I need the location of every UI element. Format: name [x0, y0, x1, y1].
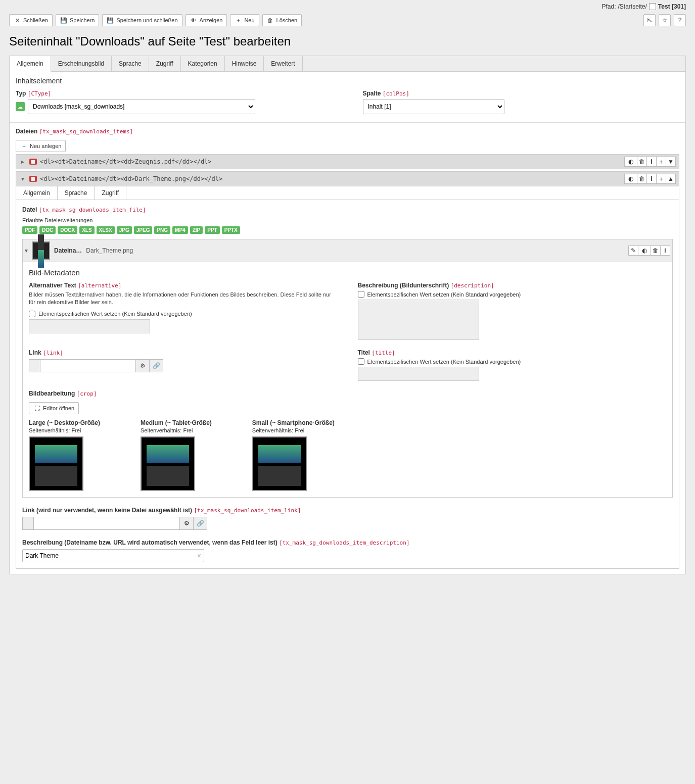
tab-erweitert[interactable]: Erweitert [264, 56, 302, 71]
item-tab-allgemein[interactable]: Allgemein [16, 186, 58, 200]
file-name: Dark_Theme.png [86, 247, 625, 254]
file-delete-button[interactable]: 🗑 [651, 246, 661, 256]
item-tab-zugriff[interactable]: Zugriff [95, 186, 126, 200]
tab-erscheinungsbild[interactable]: Erscheinungsbild [51, 56, 112, 71]
description-textarea [358, 300, 479, 340]
breadcrumb: Pfad: /Startseite/ Test [301] [601, 3, 686, 10]
save-close-button[interactable]: 💾Speichern und schließen [102, 14, 182, 26]
view-button[interactable]: 👁Anzeigen [186, 14, 227, 26]
crop-preview-large[interactable] [29, 436, 83, 491]
move-up-button[interactable]: ▲ [666, 174, 676, 184]
colpos-select[interactable]: Inhalt [1] [363, 99, 504, 114]
breadcrumb-root[interactable]: /Startseite/ [618, 3, 647, 10]
edit-metadata-button[interactable]: ✎ [628, 246, 638, 256]
link-browser-button[interactable]: 🔗 [149, 359, 163, 372]
item-link-browser-button[interactable]: 🔗 [193, 517, 207, 530]
eye-icon: 👁 [190, 17, 197, 24]
ctype-select[interactable]: Downloads [mask_sg_downloads] [28, 99, 255, 114]
metadata-heading: Bild-Metadaten [29, 268, 666, 277]
tab-hinweise[interactable]: Hinweise [225, 56, 264, 71]
link-input[interactable] [40, 359, 136, 372]
thumbnail [32, 241, 50, 260]
main-tabs: Allgemein Erscheinungsbild Sprache Zugri… [10, 56, 685, 72]
crop-preview-medium[interactable] [141, 436, 195, 491]
save-icon: 💾 [60, 17, 67, 24]
new-record-button[interactable]: ＋Neu anlegen [16, 140, 66, 152]
title-override-checkbox[interactable]: Elementspezifischen Wert setzen (Kein St… [358, 358, 667, 365]
allowed-ext-label: Erlaubte Dateierweiterungen [22, 217, 673, 223]
save-close-icon: 💾 [107, 17, 114, 24]
tab-zugriff[interactable]: Zugriff [149, 56, 181, 71]
trash-icon: 🗑 [267, 17, 274, 24]
alt-override-checkbox[interactable]: Elementspezifischen Wert setzen (Kein St… [29, 311, 338, 317]
delete-record-button[interactable]: 🗑 [637, 157, 647, 167]
file-collapse-toggle[interactable]: ▾ [25, 247, 28, 254]
crop-preview-small[interactable] [252, 436, 307, 491]
inline-record-title[interactable]: <dl><dt>Dateiname</dt><dd>Zeugnis.pdf</d… [40, 158, 622, 165]
alt-text-input [29, 319, 150, 333]
title-input [358, 367, 479, 381]
section-heading: Inhaltselement [16, 77, 679, 85]
tab-sprache[interactable]: Sprache [112, 56, 149, 71]
move-down-button[interactable]: ▼ [666, 157, 676, 167]
new-button[interactable]: ＋Neu [230, 14, 259, 26]
plus-icon: ＋ [235, 17, 242, 24]
info-button[interactable]: i [646, 157, 657, 167]
file-visibility-toggle[interactable]: ◐ [638, 246, 651, 256]
external-icon: ⇱ [647, 17, 652, 24]
help-button[interactable]: ? [674, 14, 686, 26]
save-button[interactable]: 💾Speichern [56, 14, 100, 26]
delete-button[interactable]: 🗑Löschen [262, 14, 302, 26]
help-icon: ? [678, 17, 682, 24]
close-button[interactable]: ✕Schließen [9, 14, 53, 26]
content-icon: ▦ [29, 159, 37, 165]
toolbar: ✕Schließen 💾Speichern 💾Speichern und sch… [9, 14, 302, 26]
breadcrumb-page[interactable]: Test [301] [658, 3, 686, 10]
crop-editor-button[interactable]: ⛶Editor öffnen [29, 402, 79, 414]
star-icon: ☆ [662, 17, 668, 24]
add-button[interactable]: ＋ [656, 174, 666, 184]
clear-input-button[interactable]: × [197, 552, 201, 560]
item-link-input[interactable] [33, 517, 180, 530]
extension-tags: PDFDOCDOCXXLSXLSXJPGJPEGPNGMP4ZIPPPTPPTX [22, 226, 673, 234]
collapse-toggle[interactable]: ▾ [19, 175, 26, 182]
plus-icon: ＋ [20, 142, 27, 150]
item-link-wizard-button[interactable]: ⚙ [179, 517, 194, 530]
item-tab-sprache[interactable]: Sprache [58, 186, 95, 200]
delete-record-button[interactable]: 🗑 [637, 174, 647, 184]
visibility-toggle[interactable]: ◐ [624, 157, 637, 167]
content-icon: ▦ [29, 176, 37, 182]
page-icon [649, 3, 656, 10]
item-description-input[interactable] [22, 549, 204, 562]
file-info-button[interactable]: i [660, 246, 670, 256]
crop-icon: ⛶ [33, 405, 40, 412]
bookmark-button[interactable]: ☆ [659, 14, 671, 26]
tab-kategorien[interactable]: Kategorien [181, 56, 225, 71]
tab-allgemein[interactable]: Allgemein [10, 56, 51, 72]
page-title: Seiteninhalt "Downloads" auf Seite "Test… [9, 34, 686, 48]
close-icon: ✕ [14, 17, 21, 24]
open-new-window-button[interactable]: ⇱ [643, 14, 656, 26]
visibility-toggle[interactable]: ◐ [624, 174, 637, 184]
inline-record-title[interactable]: <dl><dt>Dateiname</dt><dd>Dark_Theme.png… [40, 175, 622, 182]
desc-override-checkbox[interactable]: Elementspezifischen Wert setzen (Kein St… [358, 291, 667, 298]
link-wizard-button[interactable]: ⚙ [135, 359, 150, 372]
add-button[interactable]: ＋ [656, 157, 666, 167]
download-icon: ☁ [16, 102, 25, 111]
expand-toggle[interactable]: ▸ [19, 158, 26, 165]
info-button[interactable]: i [646, 174, 657, 184]
